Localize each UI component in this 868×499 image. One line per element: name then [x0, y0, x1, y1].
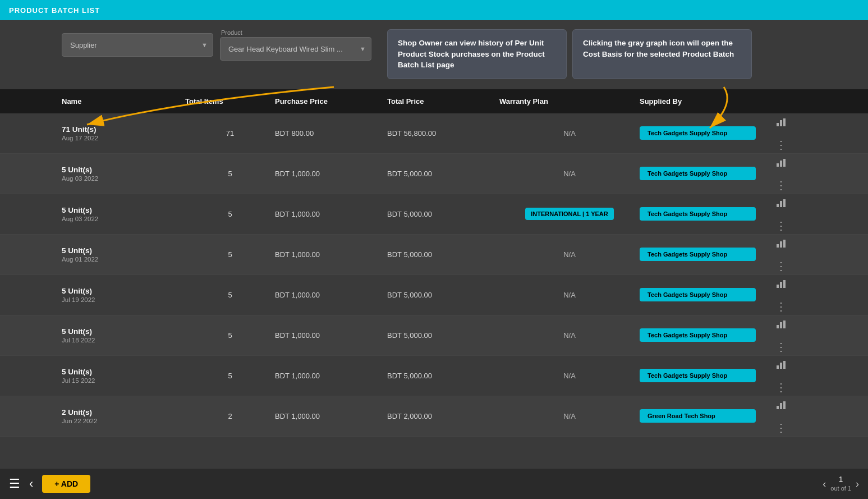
- td-total-items: 2: [185, 412, 275, 420]
- svg-rect-0: [777, 123, 779, 126]
- graph-icon-button[interactable]: [773, 276, 789, 293]
- td-supplied-by: Tech Gadgets Supply Shop: [640, 167, 756, 180]
- prev-page-button[interactable]: ‹: [823, 478, 826, 490]
- td-warranty-plan: INTERNATIONAL | 1 YEAR: [499, 208, 640, 220]
- svg-rect-4: [780, 161, 782, 167]
- td-name: 5 Unit(s) Jul 15 2022: [62, 368, 185, 384]
- th-supplied-by: Supplied By: [640, 97, 756, 106]
- svg-rect-22: [780, 403, 782, 409]
- supplier-select-wrapper[interactable]: Supplier ▼: [62, 33, 213, 57]
- td-supplied-by: Tech Gadgets Supply Shop: [640, 126, 756, 140]
- page-out-of: out of 1: [830, 484, 851, 492]
- more-options-button[interactable]: ⋮: [773, 218, 789, 234]
- add-button[interactable]: + ADD: [42, 475, 90, 493]
- graph-icon-button[interactable]: [773, 235, 789, 253]
- td-name: 5 Unit(s) Jul 18 2022: [62, 327, 185, 344]
- svg-rect-15: [777, 325, 779, 328]
- td-name: 5 Unit(s) Aug 01 2022: [62, 246, 185, 263]
- graph-icon-button[interactable]: [773, 114, 789, 131]
- supplier-badge: Tech Gadgets Supply Shop: [640, 207, 756, 221]
- svg-rect-18: [777, 365, 779, 369]
- more-options-button[interactable]: ⋮: [773, 379, 789, 395]
- svg-rect-8: [783, 199, 786, 207]
- more-options-button[interactable]: ⋮: [773, 258, 789, 274]
- more-options-button[interactable]: ⋮: [773, 339, 789, 355]
- page-info: 1 out of 1: [830, 475, 851, 492]
- td-purchase-price: BDT 1,000.00: [275, 210, 387, 218]
- graph-icon-button[interactable]: [773, 397, 789, 414]
- svg-rect-11: [783, 240, 786, 248]
- more-options-button[interactable]: ⋮: [773, 420, 789, 436]
- td-total-price: BDT 5,000.00: [387, 291, 499, 299]
- td-warranty-plan: N/A: [499, 170, 640, 178]
- bar-chart-icon: [775, 399, 787, 410]
- supplier-badge: Tech Gadgets Supply Shop: [640, 126, 756, 140]
- bar-chart-icon: [775, 318, 787, 329]
- td-total-price: BDT 56,800.00: [387, 129, 499, 138]
- graph-icon-button[interactable]: [773, 356, 789, 374]
- supplier-badge: Green Road Tech Shop: [640, 409, 756, 423]
- svg-rect-21: [777, 406, 779, 409]
- td-name: 71 Unit(s) Aug 17 2022: [62, 125, 185, 141]
- svg-rect-9: [777, 244, 779, 248]
- warranty-na: N/A: [563, 129, 576, 138]
- td-total-price: BDT 5,000.00: [387, 372, 499, 380]
- back-button[interactable]: ‹: [29, 477, 33, 491]
- svg-rect-16: [780, 322, 782, 328]
- td-total-items: 5: [185, 372, 275, 380]
- td-name: 2 Unit(s) Jun 22 2022: [62, 408, 185, 424]
- filter-group: Supplier ▼ Product Gear Head Keyboard Wi…: [62, 29, 371, 61]
- graph-icon-button[interactable]: [773, 195, 789, 212]
- warranty-na: N/A: [563, 331, 576, 340]
- td-purchase-price: BDT 1,000.00: [275, 372, 387, 380]
- td-total-price: BDT 5,000.00: [387, 210, 499, 218]
- supplier-badge: Tech Gadgets Supply Shop: [640, 167, 756, 180]
- svg-rect-6: [777, 204, 779, 207]
- more-options-button[interactable]: ⋮: [773, 299, 789, 314]
- bar-chart-icon: [775, 157, 787, 168]
- td-purchase-price: BDT 1,000.00: [275, 250, 387, 259]
- th-name: Name: [62, 97, 185, 106]
- td-total-items: 5: [185, 291, 275, 299]
- warranty-na: N/A: [563, 250, 576, 259]
- td-total-price: BDT 5,000.00: [387, 250, 499, 259]
- table-row: 2 Unit(s) Jun 22 2022 2 BDT 1,000.00 BDT…: [0, 396, 868, 437]
- td-warranty-plan: N/A: [499, 250, 640, 259]
- table-row: 71 Unit(s) Aug 17 2022 71 BDT 800.00 BDT…: [0, 113, 868, 154]
- warranty-na: N/A: [563, 170, 576, 178]
- table-row: 5 Unit(s) Jul 18 2022 5 BDT 1,000.00 BDT…: [0, 315, 868, 356]
- hamburger-button[interactable]: ☰: [9, 477, 20, 491]
- td-actions: ⋮: [756, 276, 806, 314]
- td-total-price: BDT 2,000.00: [387, 412, 499, 420]
- page-number: 1: [839, 475, 843, 484]
- svg-rect-3: [777, 163, 779, 167]
- td-actions: ⋮: [756, 195, 806, 234]
- graph-icon-button[interactable]: [773, 154, 789, 172]
- th-warranty-plan: Warranty Plan: [499, 97, 640, 106]
- more-options-button[interactable]: ⋮: [773, 177, 789, 193]
- td-supplied-by: Green Road Tech Shop: [640, 409, 756, 423]
- product-select[interactable]: Gear Head Keyboard Wired Slim ...: [220, 37, 371, 61]
- svg-rect-5: [783, 159, 786, 167]
- warranty-na: N/A: [563, 372, 576, 380]
- td-name: 5 Unit(s) Aug 03 2022: [62, 166, 185, 182]
- next-page-button[interactable]: ›: [856, 478, 859, 490]
- more-options-button[interactable]: ⋮: [773, 137, 789, 153]
- graph-icon-button[interactable]: [773, 316, 789, 333]
- td-total-items: 5: [185, 331, 275, 340]
- th-total-price: Total Price: [387, 97, 499, 106]
- svg-rect-7: [780, 201, 782, 207]
- td-total-items: 5: [185, 170, 275, 178]
- product-select-outer[interactable]: Gear Head Keyboard Wired Slim ... ▼: [220, 37, 371, 61]
- table-row: 5 Unit(s) Aug 03 2022 5 BDT 1,000.00 BDT…: [0, 154, 868, 194]
- supplier-select[interactable]: Supplier: [62, 33, 213, 57]
- bar-chart-icon: [775, 197, 787, 208]
- table-header: Name Total Items Purchase Price Total Pr…: [0, 89, 868, 113]
- td-warranty-plan: N/A: [499, 372, 640, 380]
- td-total-items: 5: [185, 210, 275, 218]
- table-row: 5 Unit(s) Jul 15 2022 5 BDT 1,000.00 BDT…: [0, 356, 868, 396]
- bar-chart-icon: [775, 116, 787, 127]
- svg-rect-12: [777, 285, 779, 288]
- td-total-items: 71: [185, 129, 275, 138]
- table-row: 5 Unit(s) Aug 03 2022 5 BDT 1,000.00 BDT…: [0, 194, 868, 235]
